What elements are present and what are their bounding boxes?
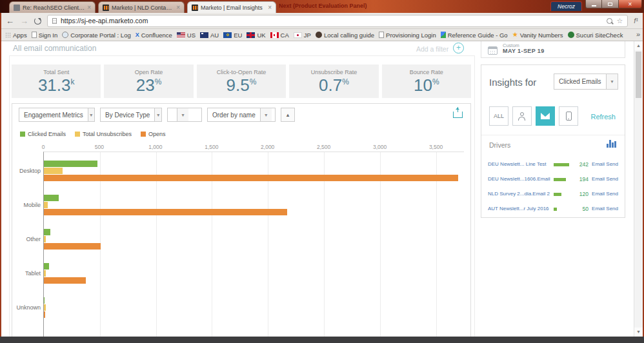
metric-suffix: %	[342, 77, 349, 86]
minimize-button[interactable]	[585, 0, 602, 8]
insights-metric-select[interactable]: Clicked Emails ▾	[554, 74, 618, 90]
page-security-icon[interactable]	[52, 18, 57, 24]
group-by-select[interactable]: By Device Type ▾	[100, 108, 162, 122]
date-range-selector[interactable]: Custom MAY 1-SEP 19	[481, 41, 625, 58]
driver-type[interactable]: Email Send	[589, 206, 618, 211]
bar-clicked-emails-unknown[interactable]	[44, 297, 45, 304]
metric-card-unsubscribe-rate[interactable]: Unsubscribe Rate0.7%	[289, 64, 378, 98]
driver-name[interactable]: DEU Newslett...1606.Email	[488, 176, 554, 182]
scope-device-button[interactable]	[559, 106, 578, 126]
export-icon[interactable]	[453, 112, 463, 118]
extension-icon[interactable]: f¹	[634, 17, 638, 24]
bookmark-apps[interactable]: Apps	[5, 32, 27, 39]
scrollbar-up-arrow[interactable]: ▲	[634, 41, 643, 50]
metric-card-total-sent[interactable]: Total Sent31.3k	[12, 64, 101, 98]
browser-tab-re-reachseo-client-con[interactable]: Re: ReachSEO Client Con×	[9, 1, 96, 13]
maximize-button[interactable]	[602, 0, 619, 8]
browser-tab-marketo-nld-contact-u[interactable]: Marketo | NLD Contact U×	[98, 1, 185, 13]
add-filter-button[interactable]: +	[453, 43, 464, 54]
metric-card-bounce-rate[interactable]: Bounce Rate10%	[382, 64, 471, 98]
bookmark-vanity-numbers[interactable]: ★Vanity Numbers	[512, 32, 563, 39]
person-icon	[518, 112, 527, 121]
bar-clicked-emails-mobile[interactable]	[44, 195, 59, 201]
metric-value: 9.5%	[197, 75, 286, 95]
chart-toolbar: Engagement Metrics ▾ By Device Type ▾ ▾ …	[19, 108, 295, 122]
bar-total-unsubscribes-mobile[interactable]	[44, 202, 48, 208]
forward-button[interactable]: →	[20, 17, 28, 25]
driver-name[interactable]: NLD Survey 2...dia.Email 2	[488, 191, 554, 197]
bar-clicked-emails-tablet[interactable]	[44, 263, 49, 270]
profile-badge[interactable]: Necroz	[550, 1, 582, 11]
bar-opens-other[interactable]	[44, 243, 101, 250]
metric-select-value: Engagement Metrics	[19, 112, 88, 119]
search-icon[interactable]	[607, 18, 612, 24]
driver-type[interactable]: Email Send	[589, 176, 618, 182]
bookmark-provisioning-login[interactable]: Provisioning Login	[379, 32, 436, 39]
phone-icon	[316, 32, 322, 38]
tab-close-icon[interactable]: ×	[268, 5, 272, 11]
collapse-toolbar-button[interactable]: ▴	[281, 108, 295, 122]
url-text[interactable]: https://sj-ee-api.marketo.com	[61, 17, 603, 24]
bar-total-unsubscribes-desktop[interactable]	[44, 168, 63, 174]
bar-total-unsubscribes-unknown[interactable]	[44, 304, 46, 311]
sort-style-select[interactable]: ▾	[167, 108, 202, 122]
bar-opens-mobile[interactable]	[44, 209, 287, 215]
tab-title: Re: ReachSEO Client Con	[23, 5, 85, 11]
bar-opens-desktop[interactable]	[44, 175, 458, 181]
bookmark-eu[interactable]: EU	[223, 32, 242, 39]
back-button[interactable]: ←	[6, 17, 14, 25]
metric-select[interactable]: Engagement Metrics ▾	[19, 108, 95, 122]
bookmark-confluence[interactable]: XConfluence	[136, 32, 172, 39]
bookmark-us[interactable]: US	[177, 32, 196, 39]
driver-name[interactable]: AUT Newslett...r July 2016	[488, 206, 554, 211]
bookmark-ca[interactable]: CA	[270, 32, 289, 39]
x-axis-tick: 1,000	[148, 144, 162, 150]
driver-type[interactable]: Email Send	[589, 161, 618, 167]
bar-clicked-emails-desktop[interactable]	[44, 161, 97, 167]
scope-all-button[interactable]: ALL	[489, 106, 508, 126]
bookmark-sign-in[interactable]: Sign In	[32, 32, 58, 39]
bookmark-uk[interactable]: UK	[247, 32, 265, 39]
legend-item-opens[interactable]: Opens	[141, 131, 166, 137]
refresh-link[interactable]: Refresh	[590, 113, 616, 121]
bookmark-corporate-portal-log[interactable]: Corporate Portal : Log	[62, 32, 130, 39]
tab-close-icon[interactable]: ×	[87, 5, 91, 11]
metric-card-open-rate[interactable]: Open Rate23%	[104, 64, 193, 98]
bookmark-reference-guide-go[interactable]: Reference Guide - Go	[441, 32, 508, 39]
scope-people-button[interactable]	[512, 106, 532, 126]
bar-opens-unknown[interactable]	[44, 311, 45, 318]
bookmark-star-icon[interactable]: ☆	[616, 17, 623, 24]
metric-label: Open Rate	[104, 69, 193, 75]
address-bar[interactable]: https://sj-ee-api.marketo.com ☆	[47, 15, 628, 27]
page-title: All email communication	[13, 44, 96, 53]
order-by-select[interactable]: Order by name ▾	[207, 108, 276, 122]
bookmark-sucuri-sitecheck[interactable]: Sucuri SiteCheck	[568, 32, 623, 39]
legend-item-clicked-emails[interactable]: Clicked Emails	[20, 131, 66, 137]
chart-panel: Engagement Metrics ▾ By Device Type ▾ ▾ …	[12, 103, 471, 337]
driver-name[interactable]: DEU Newslett... Line Test	[488, 161, 554, 167]
bookmark-local-calling-guide[interactable]: Local calling guide	[316, 32, 374, 39]
legend-item-total-unsubscribes[interactable]: Total Unsubscribes	[75, 131, 132, 137]
metric-card-click-to-open-rate[interactable]: Click-to-Open Rate9.5%	[197, 64, 286, 98]
bar-total-unsubscribes-other[interactable]	[44, 236, 46, 242]
refresh-icon[interactable]	[34, 17, 41, 24]
bar-total-unsubscribes-tablet[interactable]	[44, 270, 46, 277]
x-axis-tick: 0	[42, 144, 45, 150]
driver-type[interactable]: Email Send	[589, 191, 618, 197]
drivers-title: Drivers	[489, 141, 510, 149]
tab-close-icon[interactable]: ×	[176, 5, 180, 11]
scrollbar-thumb[interactable]	[636, 52, 641, 98]
bar-opens-tablet[interactable]	[44, 277, 86, 284]
browser-tab-marketo-email-insights[interactable]: Marketo | Email Insights×	[187, 1, 276, 13]
scope-email-button[interactable]	[536, 106, 555, 126]
tab-strip: Re: ReachSEO Client Con×Marketo | NLD Co…	[0, 0, 644, 13]
page-scrollbar[interactable]: ▲ ▼	[634, 41, 643, 337]
bookmark-label: Local calling guide	[324, 32, 374, 39]
bar-clicked-emails-other[interactable]	[44, 229, 50, 235]
driver-value: 120	[572, 191, 589, 197]
close-window-button[interactable]: ×	[619, 0, 642, 8]
bookmark-au[interactable]: AU	[200, 32, 219, 39]
scrollbar-down-arrow[interactable]: ▼	[634, 328, 643, 337]
bookmark-jp[interactable]: JP	[294, 32, 311, 39]
bookmarks-overflow-chevron[interactable]: »	[636, 30, 640, 38]
